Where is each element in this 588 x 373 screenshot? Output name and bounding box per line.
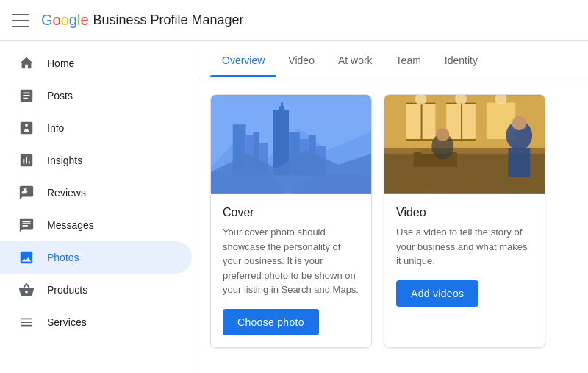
- sidebar-item-posts-label: Posts: [47, 90, 73, 102]
- cards-area: Cover Your cover photo should showcase t…: [198, 79, 588, 363]
- main-content: Overview Video At work Team Identity: [198, 41, 588, 373]
- tab-video[interactable]: Video: [276, 44, 326, 77]
- svg-rect-34: [508, 148, 530, 177]
- home-icon: [18, 54, 35, 72]
- cover-card: Cover Your cover photo should showcase t…: [210, 94, 372, 348]
- tab-overview[interactable]: Overview: [210, 44, 276, 77]
- sidebar-item-products[interactable]: Products: [0, 274, 192, 306]
- cover-card-title: Cover: [223, 206, 359, 219]
- reviews-icon: [18, 184, 35, 202]
- menu-icon[interactable]: [12, 12, 29, 29]
- cover-card-desc: Your cover photo should showcase the per…: [223, 225, 359, 297]
- sidebar-item-insights[interactable]: Insights: [0, 144, 192, 177]
- svg-point-38: [436, 128, 449, 141]
- sidebar-item-home[interactable]: Home: [0, 47, 192, 79]
- svg-rect-26: [461, 103, 462, 141]
- sidebar-item-info-label: Info: [47, 122, 64, 134]
- insights-icon: [18, 152, 35, 169]
- video-card: Video Use a video to tell the story of y…: [384, 94, 545, 348]
- sidebar-item-reviews-label: Reviews: [47, 187, 86, 199]
- sidebar-item-posts[interactable]: Posts: [0, 79, 192, 112]
- header: Google Business Profile Manager: [0, 0, 588, 41]
- sidebar-item-services-label: Services: [47, 316, 87, 328]
- sidebar-item-insights-label: Insights: [47, 154, 82, 166]
- sidebar-item-photos-label: Photos: [47, 252, 79, 263]
- messages-icon: [18, 216, 35, 234]
- cover-card-body: Cover Your cover photo should showcase t…: [211, 194, 371, 347]
- main-layout: Home Posts Info Insights: [0, 41, 588, 373]
- sidebar: Home Posts Info Insights: [0, 41, 198, 373]
- choose-photo-button[interactable]: Choose photo: [223, 309, 319, 335]
- svg-rect-8: [281, 103, 283, 109]
- video-card-title: Video: [396, 206, 533, 219]
- sidebar-item-products-label: Products: [47, 284, 87, 296]
- cover-card-image: [211, 95, 371, 194]
- google-logo: Google: [41, 12, 89, 29]
- posts-icon: [18, 87, 35, 104]
- services-icon: [18, 313, 35, 331]
- tab-at-work[interactable]: At work: [326, 44, 384, 77]
- video-card-body: Video Use a video to tell the story of y…: [384, 194, 545, 319]
- add-videos-button[interactable]: Add videos: [396, 280, 478, 307]
- tabs-bar: Overview Video At work Team Identity: [198, 41, 588, 79]
- tab-team[interactable]: Team: [384, 44, 433, 77]
- info-icon: [18, 119, 35, 137]
- sidebar-item-services[interactable]: Services: [0, 306, 192, 338]
- products-icon: [18, 281, 35, 299]
- sidebar-item-home-label: Home: [47, 57, 74, 69]
- sidebar-item-info[interactable]: Info: [0, 112, 192, 144]
- app-title: Business Profile Manager: [93, 13, 244, 28]
- sidebar-item-photos[interactable]: Photos: [0, 241, 192, 274]
- cover-illustration: [211, 95, 371, 194]
- tab-identity[interactable]: Identity: [433, 44, 490, 77]
- photos-icon: [18, 249, 35, 266]
- sidebar-item-messages[interactable]: Messages: [0, 209, 192, 241]
- video-card-image: [384, 95, 545, 194]
- sidebar-item-messages-label: Messages: [47, 219, 94, 231]
- video-card-desc: Use a video to tell the story of your bu…: [396, 225, 533, 269]
- svg-point-33: [512, 116, 526, 130]
- video-illustration: [384, 95, 545, 194]
- sidebar-item-reviews[interactable]: Reviews: [0, 177, 192, 209]
- svg-rect-23: [421, 103, 423, 141]
